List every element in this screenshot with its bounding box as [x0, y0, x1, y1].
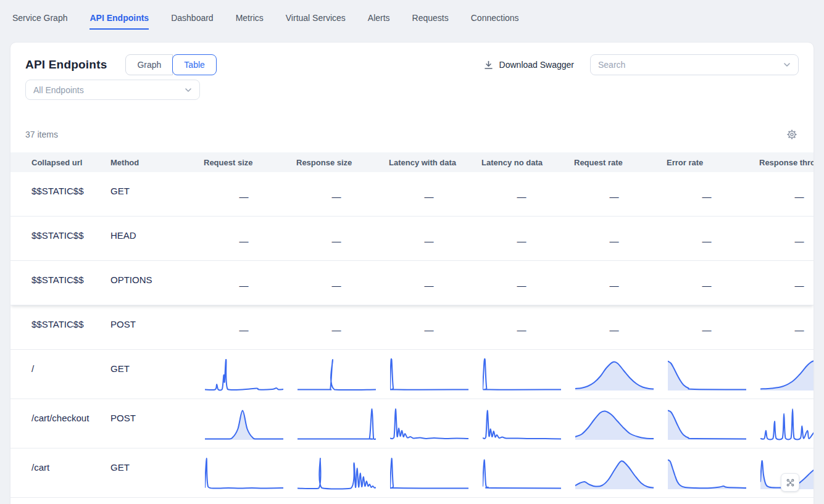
column-header-latency-with-data[interactable]: Latency with data — [389, 158, 481, 167]
chevron-down-icon[interactable] — [783, 62, 791, 67]
cell-sparkline-response-size — [296, 350, 389, 399]
nav-tab-dashboard[interactable]: Dashboard — [171, 13, 214, 30]
column-header-collapsed-url[interactable]: Collapsed url — [10, 158, 110, 167]
table-row[interactable]: /GET — [10, 350, 814, 399]
download-swagger-button[interactable]: Download Swagger — [483, 60, 574, 70]
column-header-request-size[interactable]: Request size — [204, 158, 296, 167]
column-header-response-throughput[interactable]: Response throughput — [759, 158, 814, 167]
sparkline-chart — [483, 357, 561, 392]
cell-empty-response-throughput: — — [759, 172, 814, 216]
endpoints-filter-select[interactable]: All Endpoints — [25, 80, 200, 100]
cell-empty-request-rate: — — [574, 172, 667, 216]
cell-sparkline-latency-no-data — [481, 399, 574, 448]
table-row[interactable]: $$STATIC$$OPTIONS——————— — [10, 261, 814, 305]
sparkline-chart — [205, 407, 283, 442]
cell-empty-request-rate: — — [574, 305, 667, 349]
endpoints-filter-placeholder: All Endpoints — [33, 85, 84, 95]
sparkline-chart — [483, 407, 561, 442]
cell-sparkline-request-size — [204, 448, 296, 497]
view-toggle: GraphTable — [125, 54, 216, 75]
sparkline-chart — [298, 456, 376, 491]
column-header-error-rate[interactable]: Error rate — [667, 158, 759, 167]
endpoints-table: Collapsed urlMethodRequest sizeResponse … — [10, 152, 814, 498]
download-swagger-label: Download Swagger — [499, 60, 574, 70]
sparkline-chart — [483, 456, 561, 491]
download-icon — [483, 60, 494, 70]
cell-collapsed-url: /cart/checkout — [10, 399, 110, 448]
cell-empty-request-size: — — [204, 217, 296, 260]
nav-tab-api-endpoints[interactable]: API Endpoints — [89, 13, 149, 30]
nav-tab-connections[interactable]: Connections — [471, 13, 519, 30]
sparkline-chart — [298, 407, 376, 442]
api-endpoints-panel: API Endpoints GraphTable Download Swagge… — [10, 42, 814, 504]
cell-empty-request-size: — — [204, 261, 296, 305]
cell-sparkline-latency-with-data — [389, 350, 481, 399]
cell-collapsed-url: $$STATIC$$ — [10, 172, 110, 216]
nav-tab-alerts[interactable]: Alerts — [368, 13, 390, 30]
sparkline-chart — [668, 456, 746, 491]
table-row[interactable]: $$STATIC$$POST——————— — [10, 305, 814, 350]
cell-sparkline-latency-no-data — [481, 350, 574, 399]
cell-method: GET — [110, 350, 204, 399]
expand-chart-button[interactable] — [781, 473, 799, 492]
column-header-request-rate[interactable]: Request rate — [574, 158, 667, 167]
cell-empty-response-size: — — [296, 172, 389, 216]
filter-row: All Endpoints — [10, 75, 814, 100]
column-settings-button[interactable] — [786, 129, 797, 140]
sparkline-chart — [205, 357, 283, 392]
cell-sparkline-response-size — [296, 399, 389, 448]
nav-tab-virtual-services[interactable]: Virtual Services — [286, 13, 346, 30]
cell-empty-response-size: — — [296, 261, 389, 305]
table-header: Collapsed urlMethodRequest sizeResponse … — [10, 152, 814, 172]
view-toggle-graph[interactable]: Graph — [125, 54, 173, 75]
search-input[interactable] — [591, 60, 783, 70]
cell-empty-latency-with-data: — — [389, 172, 481, 216]
cell-sparkline-response-size — [296, 448, 389, 497]
table-row[interactable]: /cart/checkoutPOST — [10, 399, 814, 448]
cell-sparkline-request-rate — [574, 448, 667, 497]
cell-method: GET — [110, 448, 204, 497]
cell-collapsed-url: $$STATIC$$ — [10, 217, 110, 260]
table-row[interactable]: $$STATIC$$GET——————— — [10, 172, 814, 217]
sparkline-chart — [205, 456, 283, 491]
items-count: 37 items — [25, 130, 58, 139]
column-header-method[interactable]: Method — [110, 158, 204, 167]
cell-empty-latency-no-data: — — [481, 217, 574, 260]
table-row[interactable]: /cartGET — [10, 448, 814, 498]
sparkline-chart — [298, 357, 376, 392]
sparkline-chart — [668, 407, 746, 442]
cell-collapsed-url: /cart — [10, 448, 110, 497]
cell-sparkline-error-rate — [667, 448, 759, 497]
search-box — [590, 54, 799, 75]
column-header-response-size[interactable]: Response size — [296, 158, 389, 167]
cell-empty-error-rate: — — [667, 217, 759, 260]
nav-tab-metrics[interactable]: Metrics — [236, 13, 264, 30]
cell-empty-request-size: — — [204, 305, 296, 349]
cell-collapsed-url: / — [10, 350, 110, 399]
table-row[interactable]: $$STATIC$$HEAD——————— — [10, 217, 814, 261]
gear-icon — [786, 129, 797, 140]
cell-empty-error-rate: — — [667, 172, 759, 216]
cell-sparkline-request-size — [204, 399, 296, 448]
cell-sparkline-request-rate — [574, 399, 667, 448]
panel-header: API Endpoints GraphTable Download Swagge… — [10, 43, 814, 75]
nav-tab-requests[interactable]: Requests — [412, 13, 449, 30]
sparkline-chart — [390, 456, 468, 491]
table-toolbar: 37 items — [10, 127, 814, 142]
sparkline-chart — [575, 407, 654, 442]
sparkline-chart — [760, 407, 814, 442]
cell-sparkline-latency-with-data — [389, 448, 481, 497]
cell-empty-error-rate: — — [667, 305, 759, 349]
sparkline-chart — [390, 407, 468, 442]
nav-tab-service-graph[interactable]: Service Graph — [12, 13, 67, 30]
sparkline-chart — [390, 357, 468, 392]
chevron-down-icon — [185, 88, 192, 93]
expand-icon — [785, 477, 796, 488]
cell-method: POST — [110, 399, 204, 448]
view-toggle-table[interactable]: Table — [172, 54, 216, 75]
column-header-latency-no-data[interactable]: Latency no data — [481, 158, 574, 167]
page-title: API Endpoints — [25, 58, 107, 72]
cell-method: GET — [110, 172, 204, 216]
table-body: $$STATIC$$GET———————$$STATIC$$HEAD——————… — [10, 172, 814, 498]
cell-empty-request-rate: — — [574, 217, 667, 260]
